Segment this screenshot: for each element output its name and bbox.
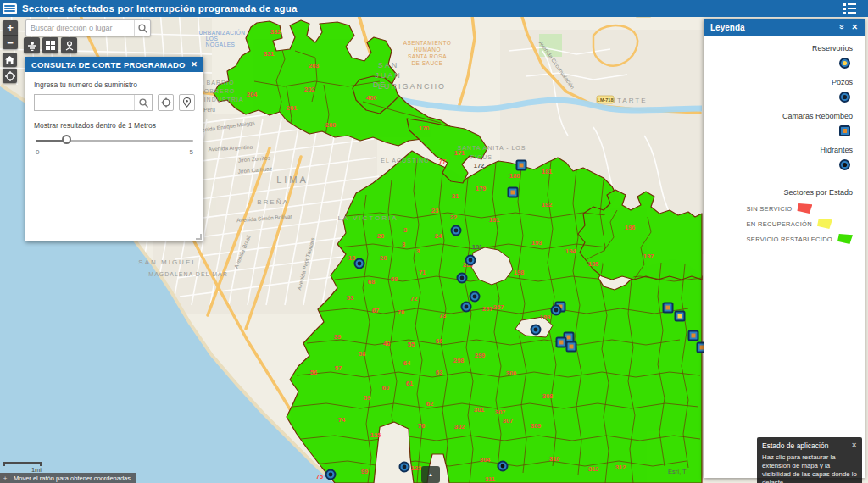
legend-panel-header[interactable]: Leyenda « ✕ bbox=[704, 19, 865, 36]
map-marker-pozo[interactable] bbox=[552, 306, 561, 315]
supply-number-input[interactable] bbox=[35, 95, 134, 110]
map-marker-camara[interactable] bbox=[557, 338, 566, 347]
sector-label-199: 199 bbox=[540, 314, 551, 321]
consulta-panel-header[interactable]: CONSULTA DE CORTE PROGRAMADO ✕ bbox=[25, 57, 203, 72]
place-label: SANTA ROSA bbox=[408, 53, 447, 59]
place-label: BARRIO bbox=[207, 80, 235, 86]
sector-label-297: 297 bbox=[482, 305, 493, 313]
close-icon[interactable]: ✕ bbox=[191, 60, 198, 69]
map-marker-hidrante[interactable] bbox=[498, 462, 508, 471]
sector-label-197: 197 bbox=[643, 253, 654, 260]
query-widget-button[interactable] bbox=[61, 37, 77, 53]
point-select-button[interactable] bbox=[179, 94, 195, 111]
search-input[interactable] bbox=[26, 20, 134, 36]
map-marker-camara[interactable] bbox=[664, 303, 673, 313]
sector-label-204: 204 bbox=[247, 91, 258, 98]
map-marker-pozo[interactable] bbox=[470, 292, 480, 302]
map-marker-pozo[interactable] bbox=[400, 463, 409, 472]
sector-label-99: 99 bbox=[361, 468, 368, 475]
supply-search-button[interactable] bbox=[134, 95, 152, 110]
search-box bbox=[25, 19, 151, 36]
legend-item-camara: Camaras Rebombeo bbox=[782, 112, 853, 141]
legend-items: ReservoriosPozosCamaras RebombeoHidrante… bbox=[782, 44, 853, 180]
sector-label-20: 20 bbox=[377, 232, 384, 240]
sector-label-39: 39 bbox=[334, 333, 341, 341]
supply-number-label: Ingresa tu numero de suministro bbox=[34, 80, 195, 89]
attribution-toggle-button[interactable]: ▲ bbox=[421, 466, 440, 483]
sector-label-73: 73 bbox=[439, 312, 446, 319]
sector-label-299: 299 bbox=[475, 352, 486, 359]
crosshair-icon bbox=[161, 97, 171, 108]
close-icon[interactable]: ✕ bbox=[851, 23, 858, 31]
basemap-gallery-button[interactable] bbox=[42, 37, 58, 53]
app-header: Sectores afectados por Interrupción prog… bbox=[0, 0, 868, 17]
sector-label-56: 56 bbox=[310, 369, 317, 376]
sector-label-57: 57 bbox=[335, 364, 342, 372]
sector-label-3: 3 bbox=[402, 241, 405, 248]
draw-extent-button[interactable] bbox=[158, 94, 174, 111]
sector-label-22: 22 bbox=[450, 214, 457, 221]
slider-handle[interactable] bbox=[62, 135, 71, 144]
toast-title: Estado de aplicación bbox=[762, 441, 828, 450]
panel-resize-handle[interactable] bbox=[196, 234, 202, 240]
place-label: JUAN bbox=[375, 71, 402, 80]
legend-item-label: Reservorios bbox=[812, 44, 853, 53]
map-marker-pozo[interactable] bbox=[531, 325, 541, 335]
zoom-in-button[interactable]: + bbox=[3, 20, 18, 35]
hidrante-icon bbox=[838, 158, 851, 171]
place-label: HUMANO bbox=[414, 47, 441, 53]
sector-label-301: 301 bbox=[474, 406, 485, 414]
place-label: LURIGANCHO bbox=[378, 82, 446, 91]
sector-label-74: 74 bbox=[338, 416, 346, 424]
home-button[interactable] bbox=[3, 53, 17, 67]
close-icon[interactable]: ✕ bbox=[851, 441, 857, 450]
sector-label-257: 257 bbox=[493, 303, 504, 311]
sector-label-179: 179 bbox=[476, 185, 487, 192]
search-button[interactable] bbox=[134, 20, 150, 36]
sector-label-61: 61 bbox=[406, 380, 413, 387]
locate-button[interactable] bbox=[3, 69, 17, 83]
sector-label-3: 3 bbox=[403, 226, 407, 234]
locate-icon bbox=[5, 71, 15, 81]
map-marker-pozo[interactable] bbox=[458, 274, 467, 283]
map-marker-reservorio[interactable] bbox=[676, 312, 685, 321]
collapse-icon[interactable]: « bbox=[837, 25, 846, 30]
map-marker-pozo[interactable] bbox=[355, 259, 364, 269]
sector-label-64: 64 bbox=[403, 359, 411, 367]
sector-label-23: 23 bbox=[431, 207, 438, 214]
sector-label-55: 55 bbox=[408, 341, 415, 348]
zoom-out-button[interactable]: − bbox=[3, 35, 18, 49]
legend-states: SIN SERVICIOEN RECUPERACIÓNSERVICIO REST… bbox=[747, 203, 853, 249]
legend-widget-button[interactable] bbox=[24, 37, 40, 53]
app-state-toast: Estado de aplicación ✕ Haz clic para res… bbox=[757, 437, 862, 483]
list-menu-icon[interactable] bbox=[843, 3, 856, 14]
sector-label-62: 62 bbox=[426, 400, 433, 408]
map-marker-pozo[interactable] bbox=[466, 256, 476, 265]
pozo-icon bbox=[838, 91, 851, 103]
map-marker-camara[interactable] bbox=[689, 331, 698, 341]
sector-label-172: 172 bbox=[474, 162, 485, 169]
sector-label-24: 24 bbox=[435, 232, 442, 240]
toast-body[interactable]: Haz clic para restaurar la extensión de … bbox=[762, 453, 857, 483]
map-marker-camara[interactable] bbox=[509, 188, 518, 197]
map-marker-camara[interactable] bbox=[567, 342, 576, 352]
home-icon bbox=[5, 56, 14, 64]
map-marker-camara[interactable] bbox=[517, 161, 526, 170]
road-shield: LM-718 bbox=[597, 96, 614, 103]
sector-label-307: 307 bbox=[495, 408, 506, 416]
map-marker-pozo[interactable] bbox=[462, 303, 471, 312]
radius-slider[interactable] bbox=[36, 135, 193, 147]
sector-label-70: 70 bbox=[398, 308, 404, 316]
basemap-grid-icon bbox=[46, 41, 55, 50]
coordinate-icon[interactable]: + bbox=[0, 473, 10, 483]
legend-panel-body: ReservoriosPozosCamaras RebombeoHidrante… bbox=[704, 36, 865, 478]
legend-state-row: SERVICIO RESTABLECIDO bbox=[747, 234, 853, 244]
sector-label-123: 123 bbox=[411, 464, 422, 472]
map-marker-pozo[interactable] bbox=[326, 470, 336, 480]
consulta-panel-body: Ingresa tu numero de suministro Mostrar … bbox=[25, 72, 203, 242]
legend-state-label: SERVICIO RESTABLECIDO bbox=[747, 236, 832, 243]
legend-widget-icon bbox=[27, 41, 37, 51]
map-marker-pozo[interactable] bbox=[452, 226, 461, 236]
camara-icon bbox=[838, 125, 851, 137]
sector-label-312: 312 bbox=[615, 464, 626, 471]
